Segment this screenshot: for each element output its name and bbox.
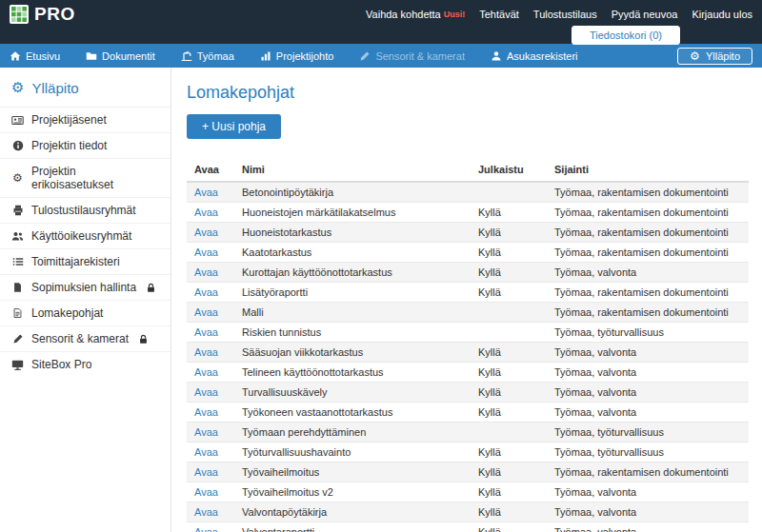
open-link[interactable]: Avaa [194, 326, 218, 338]
chart-icon [260, 50, 271, 62]
cell-nimi: Huoneistotarkastus [234, 223, 471, 243]
cell-nimi: Turvallisuuskävely [234, 383, 471, 403]
open-link[interactable]: Avaa [194, 426, 218, 438]
open-link[interactable]: Avaa [194, 506, 218, 518]
app-logo[interactable]: PRO [10, 4, 75, 25]
main-nav: Etusivu Dokumentit Työmaa Projektijohto … [0, 44, 762, 68]
cell-avaa: Avaa [187, 323, 234, 343]
sidebar-item-label: Projektijäsenet [31, 113, 107, 127]
nav-item-asukasrekisteri[interactable]: Asukasrekisteri [491, 50, 578, 62]
sidebar-item-label: Sopimuksien hallinta [31, 281, 136, 294]
table-row: AvaaTyömaan perehdyttäminenTyömaa, työtu… [187, 423, 749, 443]
cell-nimi: Työkoneen vastaanottotarkastus [234, 403, 471, 423]
ask-advice-link[interactable]: Pyydä neuvoa [612, 9, 678, 20]
open-link[interactable]: Avaa [194, 446, 218, 458]
table-row: AvaaHuoneistotarkastusKylläTyömaa, raken… [187, 223, 749, 243]
table-row: AvaaLisätyöraporttiKylläTyömaa, rakentam… [187, 283, 749, 303]
change-site-link[interactable]: Vaihda kohdetta [366, 9, 441, 20]
home-icon [10, 50, 21, 62]
table-row: AvaaTyövaiheilmoitusKylläTyömaa, rakenta… [187, 463, 749, 483]
cell-nimi: Telineen käyttöönottotarkastus [234, 363, 471, 383]
sidebar-item-label: Tulostustilausryhmät [31, 204, 136, 217]
printer-icon [11, 205, 24, 217]
cell-julkaistu: Kyllä [471, 403, 547, 423]
form-icon [11, 307, 24, 320]
open-link[interactable]: Avaa [194, 406, 218, 418]
sidebar-item-label: SiteBox Pro [31, 358, 91, 371]
open-link[interactable]: Avaa [194, 286, 218, 298]
cell-julkaistu [471, 423, 547, 443]
open-link[interactable]: Avaa [194, 346, 218, 358]
open-link[interactable]: Avaa [194, 486, 218, 498]
nav-item-tyomaa[interactable]: Työmaa [181, 50, 234, 62]
open-link[interactable]: Avaa [194, 386, 218, 398]
table-row: AvaaValvontapöytäkirjaKylläTyömaa, valvo… [187, 502, 749, 522]
cell-julkaistu: Kyllä [471, 483, 547, 502]
sidebar-item-toimittajarekisteri[interactable]: Toimittajarekisteri [0, 248, 170, 274]
open-link[interactable]: Avaa [194, 366, 218, 378]
nav-label: Etusivu [26, 50, 60, 62]
table-header-row: Avaa Nimi Julkaistu Sijainti [187, 158, 749, 182]
sidebar-item-kayttooikeusryhmat[interactable]: Käyttöoikeusryhmät [0, 223, 170, 248]
open-link[interactable]: Avaa [194, 526, 218, 532]
sidebar: ⚙ Ylläpito Projektijäsenet Projektin tie… [0, 68, 171, 532]
cell-nimi: Sääsuojan viikkotarkastus [234, 343, 471, 363]
cell-sijainti: Työmaa, rakentamisen dokumentointi [547, 243, 749, 263]
sidebar-item-lomakepohjat[interactable]: Lomakepohjat [0, 300, 170, 325]
nav-label: Sensorit & kamerat [375, 50, 465, 62]
sidebar-item-sensorit-kamerat[interactable]: Sensorit & kamerat [0, 325, 170, 351]
sidebar-item-label: Projektin tiedot [31, 139, 107, 152]
open-link[interactable]: Avaa [194, 227, 218, 238]
new-badge: Uusi! [444, 10, 466, 19]
sidebar-item-sopimuksien-hallinta[interactable]: Sopimuksien hallinta [0, 274, 170, 300]
nav-item-dokumentit[interactable]: Dokumentit [86, 50, 155, 62]
open-link[interactable]: Avaa [194, 207, 218, 218]
print-order-link[interactable]: Tulostustilaus [533, 9, 597, 20]
cell-avaa: Avaa [187, 343, 234, 363]
open-link[interactable]: Avaa [194, 266, 218, 278]
cell-nimi: Riskien tunnistus [234, 323, 471, 343]
cell-nimi: Työvaiheilmoitus [234, 463, 471, 483]
logout-link[interactable]: Kirjaudu ulos [692, 9, 752, 20]
sidebar-item-erikoisasetukset[interactable]: ⚙ Projektin erikoisasetukset [0, 158, 170, 197]
cell-nimi: Betonointipöytäkirja [234, 182, 471, 203]
cell-julkaistu: Kyllä [471, 223, 547, 243]
sidebar-item-tulostustilausryhmat[interactable]: Tulostustilausryhmät [0, 197, 170, 223]
nav-item-yllapito[interactable]: ⚙ Ylläpito [677, 48, 752, 65]
info-icon [11, 140, 24, 152]
cell-julkaistu: Kyllä [471, 363, 547, 383]
table-row: AvaaRiskien tunnistusTyömaa, työturvalli… [187, 323, 749, 343]
cell-nimi: Työturvallisuushavainto [234, 443, 471, 463]
new-template-button[interactable]: + Uusi pohja [187, 114, 281, 139]
lock-icon [138, 334, 149, 345]
cell-sijainti: Työmaa, työturvallisuus [547, 423, 749, 443]
col-header-julkaistu: Julkaistu [471, 158, 547, 182]
tasks-link[interactable]: Tehtävät [479, 9, 519, 20]
cell-avaa: Avaa [187, 203, 234, 223]
nav-item-sensorit[interactable]: Sensorit & kamerat [359, 50, 465, 62]
cell-nimi: Kurottajan käyttöönottotarkastus [234, 263, 471, 283]
topbar: PRO Vaihda kohdetta Uusi! Tehtävät Tulos… [0, 0, 762, 44]
cell-julkaistu: Kyllä [471, 443, 547, 463]
pencil-icon [11, 333, 24, 345]
logo-grid-icon [10, 5, 29, 24]
sidebar-item-projektin-tiedot[interactable]: Projektin tiedot [0, 132, 170, 158]
sidebar-item-sitebox-pro[interactable]: SiteBox Pro [0, 351, 170, 377]
open-link[interactable]: Avaa [194, 187, 218, 198]
cell-avaa: Avaa [187, 443, 234, 463]
cell-avaa: Avaa [187, 263, 234, 283]
file-basket-button[interactable]: Tiedostokori (0) [572, 26, 680, 45]
open-link[interactable]: Avaa [194, 466, 218, 478]
nav-item-projektijohto[interactable]: Projektijohto [260, 50, 334, 62]
cell-sijainti: Työmaa, valvonta [547, 502, 749, 522]
open-link[interactable]: Avaa [194, 306, 218, 318]
cell-julkaistu: Kyllä [471, 203, 547, 223]
cell-nimi: Valvontapöytäkirja [234, 502, 471, 522]
nav-item-etusivu[interactable]: Etusivu [10, 50, 60, 62]
cell-sijainti: Työmaa, valvonta [547, 383, 749, 403]
cell-julkaistu: Kyllä [471, 343, 547, 363]
open-link[interactable]: Avaa [194, 246, 218, 258]
cell-sijainti: Työmaa, valvonta [547, 343, 749, 363]
cell-julkaistu: Kyllä [471, 463, 547, 483]
sidebar-item-projektijasenet[interactable]: Projektijäsenet [0, 107, 170, 132]
